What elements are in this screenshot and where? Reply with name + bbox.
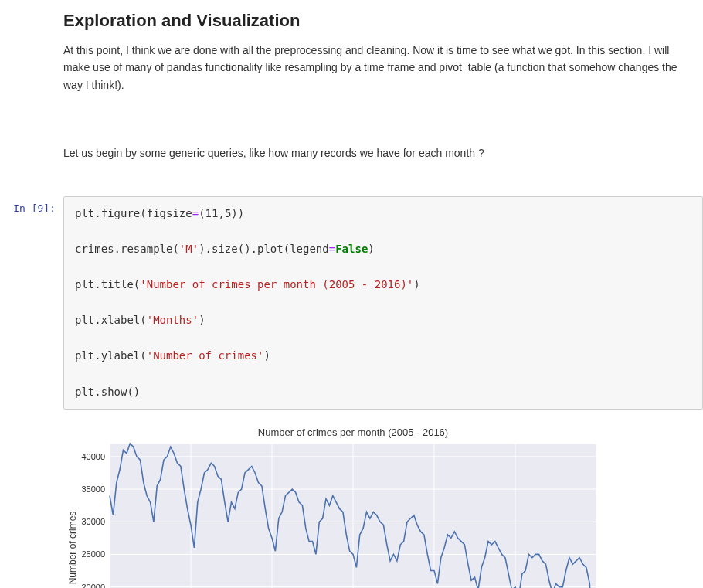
code-token: plt.title( (75, 278, 140, 291)
code-token: = (192, 207, 199, 219)
svg-text:25000: 25000 (81, 549, 105, 559)
paragraph-1: At this point, I think we are done with … (63, 42, 692, 93)
svg-text:40000: 40000 (81, 451, 105, 461)
code-token: plt.show() (75, 386, 140, 398)
code-token: ) (413, 278, 419, 291)
code-token: , (218, 207, 224, 219)
code-token: 'Number of crimes' (147, 349, 264, 362)
svg-text:35000: 35000 (81, 484, 105, 494)
code-token: 11 (205, 207, 219, 219)
svg-text:Number of crimes per month (20: Number of crimes per month (2005 - 2016) (258, 427, 448, 438)
svg-text:Number of crimes: Number of crimes (67, 511, 78, 584)
section-heading: Exploration and Visualization (63, 11, 692, 31)
code-token: ( (199, 207, 205, 219)
blank-spacer (63, 103, 692, 144)
code-input[interactable]: plt.figure(figsize=(11,5)) crimes.resamp… (63, 196, 703, 410)
svg-text:30000: 30000 (81, 517, 105, 526)
code-token: crimes.resample( (75, 243, 179, 255)
code-token: 'Months' (147, 314, 199, 326)
code-token: )) (231, 207, 244, 219)
code-token: 'M' (179, 243, 199, 255)
input-prompt: In [9]: (0, 196, 63, 214)
code-token: = (329, 243, 335, 255)
line-chart: Number of crimes per month (2005 - 2016)… (63, 427, 604, 588)
svg-text:20000: 20000 (81, 582, 105, 588)
code-token: plt.ylabel( (75, 349, 147, 362)
chart-output: Number of crimes per month (2005 - 2016)… (63, 427, 703, 588)
code-token: ) (199, 314, 205, 326)
markdown-cell: Exploration and Visualization At this po… (0, 0, 703, 182)
code-token: ).size().plot(legend (199, 243, 329, 255)
code-token: ) (368, 243, 374, 255)
code-token: ) (263, 349, 270, 362)
code-cell: In [9]: plt.figure(figsize=(11,5)) crime… (0, 196, 703, 410)
code-token: 'Number of crimes per month (2005 - 2016… (140, 278, 413, 291)
paragraph-2: Let us begin by some generic queries, li… (63, 144, 692, 161)
code-token: plt.figure(figsize (75, 207, 192, 219)
code-token: plt.xlabel( (75, 314, 147, 326)
code-token: False (335, 243, 368, 255)
